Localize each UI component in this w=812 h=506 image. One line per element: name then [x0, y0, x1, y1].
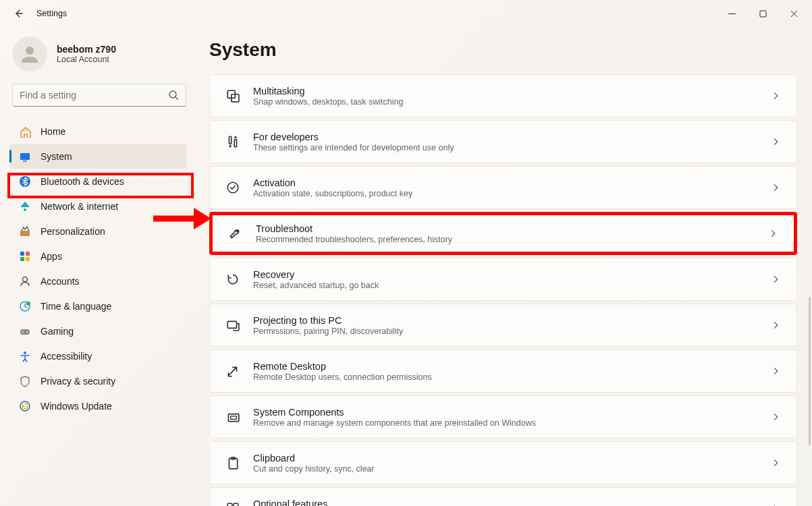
card-subtitle: These settings are intended for developm…: [253, 143, 771, 152]
chevron-right-icon: [771, 412, 782, 422]
card-subtitle: Snap windows, desktops, task switching: [253, 97, 771, 107]
card-text: Activation Activation state, subscriptio…: [253, 177, 771, 198]
card-title: Clipboard: [253, 453, 771, 463]
minimize-icon: [728, 10, 736, 18]
chevron-right-icon: [771, 457, 782, 468]
chevron-right-icon: [771, 366, 782, 376]
setting-card-trouble[interactable]: Troubleshoot Recommended troubleshooters…: [209, 212, 797, 255]
bluetooth-icon: [19, 175, 31, 188]
setting-card-multitask[interactable]: Multitasking Snap windows, desktops, tas…: [209, 74, 797, 117]
privacy-icon: [19, 375, 31, 387]
sidebar-item-gaming[interactable]: Gaming: [9, 318, 186, 343]
chevron-right-icon: [771, 136, 782, 147]
sidebar-item-label: Accessibility: [40, 351, 92, 362]
setting-card-recovery[interactable]: Recovery Reset, advanced startup, go bac…: [209, 258, 797, 301]
svg-line-6: [175, 97, 178, 100]
card-title: Recovery: [253, 269, 771, 280]
project-icon: [225, 317, 241, 333]
optional-icon: [225, 501, 241, 506]
minimize-button[interactable]: [716, 3, 747, 24]
app-title: Settings: [36, 9, 67, 18]
setting-card-project[interactable]: Projecting to this PC Permissions, pairi…: [209, 304, 797, 347]
time-icon: [19, 300, 31, 312]
sidebar-item-label: Time & language: [40, 301, 111, 312]
svg-rect-1: [760, 11, 766, 17]
chevron-right-icon: [771, 274, 782, 285]
search-box[interactable]: [12, 84, 186, 107]
sidebar-item-time[interactable]: Time & language: [9, 293, 186, 318]
chevron-right-icon: [771, 320, 782, 331]
chevron-right-icon: [771, 90, 782, 101]
sidebar-item-privacy[interactable]: Privacy & security: [9, 368, 186, 393]
card-text: Optional features Extra functionality fo…: [253, 499, 771, 507]
sidebar-item-update[interactable]: Windows Update: [9, 393, 186, 418]
setting-card-clipboard[interactable]: Clipboard Cut and copy history, sync, cl…: [209, 441, 797, 484]
profile-name: beebom z790: [57, 44, 116, 55]
chevron-right-icon: [771, 503, 782, 506]
activation-icon: [225, 179, 241, 196]
chevron-right-icon: [771, 182, 782, 193]
nav-list: HomeSystemBluetooth & devicesNetwork & i…: [9, 119, 196, 418]
gaming-icon: [19, 325, 31, 337]
card-title: For developers: [253, 132, 771, 142]
sidebar-item-apps[interactable]: Apps: [9, 244, 186, 269]
card-text: Remote Desktop Remote Desktop users, con…: [253, 361, 771, 382]
accounts-icon: [19, 275, 31, 287]
sidebar-item-accounts[interactable]: Accounts: [9, 269, 186, 293]
trouble-icon: [227, 225, 244, 242]
card-subtitle: Permissions, pairing PIN, discoverabilit…: [253, 327, 771, 336]
recovery-icon: [225, 271, 241, 287]
maximize-button[interactable]: [747, 3, 778, 24]
setting-card-optional[interactable]: Optional features Extra functionality fo…: [209, 487, 797, 506]
svg-point-5: [169, 91, 176, 98]
search-input[interactable]: [20, 90, 168, 101]
person-icon: [18, 43, 41, 65]
maximize-icon: [759, 10, 767, 18]
setting-card-devs[interactable]: For developers These settings are intend…: [209, 120, 797, 163]
page-title: System: [209, 39, 797, 61]
sidebar-item-label: Home: [40, 126, 65, 137]
scrollbar[interactable]: [809, 297, 811, 445]
sidebar-item-personalization[interactable]: Personalization: [9, 219, 186, 244]
multitask-icon: [225, 88, 241, 104]
setting-card-activation[interactable]: Activation Activation state, subscriptio…: [209, 166, 797, 209]
sidebar-item-label: Apps: [40, 251, 62, 262]
card-text: Projecting to this PC Permissions, pairi…: [253, 315, 771, 336]
card-title: Multitasking: [253, 86, 771, 96]
sidebar-item-label: Bluetooth & devices: [40, 176, 124, 187]
profile-sub: Local Account: [57, 55, 116, 64]
card-subtitle: Cut and copy history, sync, clear: [253, 464, 771, 474]
setting-card-remote[interactable]: Remote Desktop Remote Desktop users, con…: [209, 349, 797, 393]
setting-card-components[interactable]: System Components Remove and manage syst…: [209, 395, 797, 439]
back-button[interactable]: [12, 7, 24, 20]
remote-icon: [225, 363, 241, 379]
card-text: Recovery Reset, advanced startup, go bac…: [253, 269, 771, 290]
personalization-icon: [19, 225, 31, 237]
network-icon: [19, 200, 31, 213]
card-text: Clipboard Cut and copy history, sync, cl…: [253, 453, 771, 474]
update-icon: [19, 400, 31, 412]
sidebar-item-network[interactable]: Network & internet: [9, 194, 186, 219]
card-title: Activation: [253, 177, 771, 188]
sidebar-item-system[interactable]: System: [9, 144, 186, 169]
card-subtitle: Remove and manage system components that…: [253, 418, 771, 428]
card-title: Remote Desktop: [253, 361, 771, 372]
sidebar-item-bluetooth[interactable]: Bluetooth & devices: [9, 169, 186, 194]
svg-point-4: [26, 47, 34, 55]
sidebar-item-accessibility[interactable]: Accessibility: [9, 343, 186, 368]
titlebar-left: Settings: [12, 7, 67, 20]
sidebar-item-label: Personalization: [40, 226, 105, 237]
sidebar-item-label: Accounts: [40, 276, 80, 287]
card-subtitle: Activation state, subscriptions, product…: [253, 189, 771, 198]
profile-block[interactable]: beebom z790 Local Account: [12, 36, 196, 72]
apps-icon: [19, 250, 31, 262]
card-subtitle: Recommended troubleshooters, preferences…: [256, 235, 768, 244]
accessibility-icon: [19, 350, 31, 362]
sidebar-item-home[interactable]: Home: [9, 119, 186, 144]
card-text: For developers These settings are intend…: [253, 132, 771, 152]
devs-icon: [225, 134, 241, 150]
home-icon: [19, 125, 31, 138]
clipboard-icon: [225, 455, 241, 471]
close-button[interactable]: [778, 3, 809, 24]
close-icon: [790, 10, 798, 18]
